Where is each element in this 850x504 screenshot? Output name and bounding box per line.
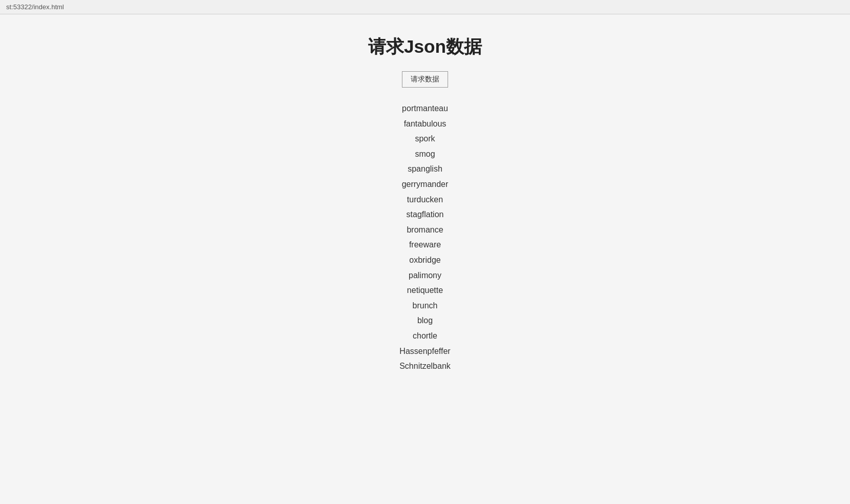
- request-data-button[interactable]: 请求数据: [402, 71, 448, 88]
- list-item: portmanteau: [402, 102, 448, 115]
- list-item: bromance: [407, 223, 443, 237]
- page-content: 请求Json数据 请求数据 portmanteaufantabulousspor…: [0, 14, 850, 373]
- list-item: fantabulous: [404, 117, 447, 131]
- list-item: blog: [417, 314, 433, 327]
- list-item: netiquette: [407, 284, 443, 297]
- browser-address-bar: st:53322/index.html: [0, 0, 850, 14]
- list-item: brunch: [413, 299, 438, 312]
- list-item: smog: [415, 148, 435, 161]
- list-item: spanglish: [408, 162, 442, 176]
- list-item: Hassenpfeffer: [399, 345, 450, 358]
- list-item: turducken: [407, 193, 443, 206]
- list-item: gerrymander: [402, 178, 449, 191]
- url-text: st:53322/index.html: [6, 3, 64, 11]
- list-item: freeware: [409, 238, 441, 251]
- list-item: chortle: [413, 329, 437, 343]
- list-item: spork: [415, 132, 435, 145]
- list-item: Schnitzelbank: [399, 360, 451, 373]
- list-item: palimony: [409, 269, 441, 282]
- word-list: portmanteaufantabuloussporksmogspanglish…: [399, 102, 451, 373]
- page-title: 请求Json数据: [368, 35, 482, 59]
- list-item: oxbridge: [409, 254, 440, 267]
- list-item: stagflation: [407, 208, 444, 221]
